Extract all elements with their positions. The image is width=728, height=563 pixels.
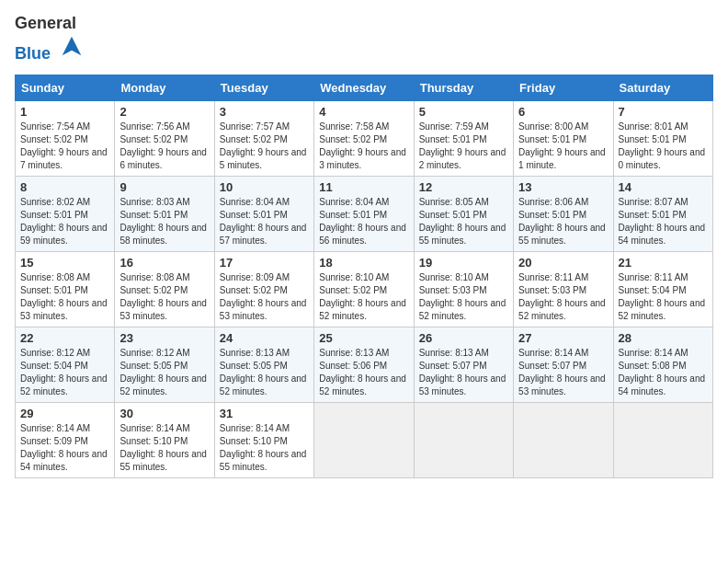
cell-info: Sunrise: 8:09 AMSunset: 5:02 PMDaylight:… — [220, 271, 309, 323]
day-number: 10 — [220, 180, 309, 194]
day-number: 11 — [319, 180, 408, 194]
cell-info: Sunrise: 7:58 AMSunset: 5:02 PMDaylight:… — [319, 121, 408, 172]
day-number: 25 — [319, 331, 408, 345]
cell-info: Sunrise: 8:14 AMSunset: 5:10 PMDaylight:… — [220, 422, 309, 474]
weekday-header-saturday: Saturday — [613, 75, 712, 100]
calendar-cell: 21Sunrise: 8:11 AMSunset: 5:04 PMDayligh… — [613, 251, 712, 327]
calendar-cell: 18Sunrise: 8:10 AMSunset: 5:02 PMDayligh… — [314, 251, 414, 327]
weekday-header-sunday: Sunday — [16, 75, 115, 100]
weekday-header-thursday: Thursday — [414, 75, 513, 100]
calendar-cell — [613, 402, 712, 477]
week-row-1: 1Sunrise: 7:54 AMSunset: 5:02 PMDaylight… — [16, 100, 713, 176]
calendar-cell: 3Sunrise: 7:57 AMSunset: 5:02 PMDaylight… — [214, 100, 313, 176]
calendar-cell: 28Sunrise: 8:14 AMSunset: 5:08 PMDayligh… — [613, 327, 712, 402]
calendar-cell — [514, 402, 613, 477]
cell-info: Sunrise: 8:05 AMSunset: 5:01 PMDaylight:… — [419, 196, 508, 247]
calendar-cell: 2Sunrise: 7:56 AMSunset: 5:02 PMDaylight… — [115, 100, 214, 176]
cell-info: Sunrise: 8:08 AMSunset: 5:02 PMDaylight:… — [119, 271, 209, 323]
cell-info: Sunrise: 8:03 AMSunset: 5:01 PMDaylight:… — [119, 196, 209, 247]
cell-info: Sunrise: 8:04 AMSunset: 5:01 PMDaylight:… — [220, 196, 309, 247]
calendar-cell: 27Sunrise: 8:14 AMSunset: 5:07 PMDayligh… — [514, 327, 613, 402]
day-number: 15 — [20, 256, 109, 270]
logo-general: General — [15, 14, 76, 32]
day-number: 16 — [119, 256, 209, 270]
calendar-cell: 15Sunrise: 8:08 AMSunset: 5:01 PMDayligh… — [16, 251, 115, 327]
cell-info: Sunrise: 7:56 AMSunset: 5:02 PMDaylight:… — [119, 121, 209, 172]
calendar-table: SundayMondayTuesdayWednesdayThursdayFrid… — [15, 75, 713, 478]
logo: General Blue — [15, 15, 85, 63]
calendar-cell: 11Sunrise: 8:04 AMSunset: 5:01 PMDayligh… — [314, 176, 414, 251]
logo-icon — [59, 33, 85, 59]
day-number: 24 — [220, 331, 309, 345]
weekday-header-wednesday: Wednesday — [314, 75, 414, 100]
calendar-cell: 1Sunrise: 7:54 AMSunset: 5:02 PMDaylight… — [16, 100, 115, 176]
cell-info: Sunrise: 8:06 AMSunset: 5:01 PMDaylight:… — [518, 196, 608, 247]
cell-info: Sunrise: 8:02 AMSunset: 5:01 PMDaylight:… — [20, 196, 109, 247]
week-row-2: 8Sunrise: 8:02 AMSunset: 5:01 PMDaylight… — [16, 176, 713, 251]
day-number: 12 — [419, 180, 508, 194]
day-number: 9 — [119, 180, 209, 194]
calendar-cell: 30Sunrise: 8:14 AMSunset: 5:10 PMDayligh… — [115, 402, 214, 477]
cell-info: Sunrise: 8:14 AMSunset: 5:10 PMDaylight:… — [119, 422, 209, 474]
calendar-cell: 13Sunrise: 8:06 AMSunset: 5:01 PMDayligh… — [514, 176, 613, 251]
calendar-cell: 7Sunrise: 8:01 AMSunset: 5:01 PMDaylight… — [613, 100, 712, 176]
day-number: 20 — [518, 256, 608, 270]
calendar-cell: 23Sunrise: 8:12 AMSunset: 5:05 PMDayligh… — [115, 327, 214, 402]
cell-info: Sunrise: 8:04 AMSunset: 5:01 PMDaylight:… — [319, 196, 408, 247]
cell-info: Sunrise: 8:13 AMSunset: 5:06 PMDaylight:… — [319, 347, 408, 398]
day-number: 21 — [619, 256, 708, 270]
calendar-cell: 4Sunrise: 7:58 AMSunset: 5:02 PMDaylight… — [314, 100, 414, 176]
calendar-cell: 26Sunrise: 8:13 AMSunset: 5:07 PMDayligh… — [414, 327, 513, 402]
cell-info: Sunrise: 7:54 AMSunset: 5:02 PMDaylight:… — [20, 121, 109, 172]
cell-info: Sunrise: 8:14 AMSunset: 5:07 PMDaylight:… — [518, 347, 608, 398]
cell-info: Sunrise: 8:13 AMSunset: 5:07 PMDaylight:… — [419, 347, 508, 398]
calendar-cell: 24Sunrise: 8:13 AMSunset: 5:05 PMDayligh… — [214, 327, 313, 402]
weekday-header-tuesday: Tuesday — [214, 75, 313, 100]
cell-info: Sunrise: 8:08 AMSunset: 5:01 PMDaylight:… — [20, 271, 109, 323]
cell-info: Sunrise: 7:57 AMSunset: 5:02 PMDaylight:… — [220, 121, 309, 172]
cell-info: Sunrise: 8:12 AMSunset: 5:05 PMDaylight:… — [119, 347, 209, 398]
calendar-cell: 22Sunrise: 8:12 AMSunset: 5:04 PMDayligh… — [16, 327, 115, 402]
calendar-cell — [314, 402, 414, 477]
cell-info: Sunrise: 8:13 AMSunset: 5:05 PMDaylight:… — [220, 347, 309, 398]
cell-info: Sunrise: 7:59 AMSunset: 5:01 PMDaylight:… — [419, 121, 508, 172]
calendar-cell — [414, 402, 513, 477]
day-number: 29 — [20, 407, 109, 420]
calendar-cell: 20Sunrise: 8:11 AMSunset: 5:03 PMDayligh… — [514, 251, 613, 327]
cell-info: Sunrise: 8:12 AMSunset: 5:04 PMDaylight:… — [20, 347, 109, 398]
day-number: 28 — [619, 331, 708, 345]
weekday-header-row: SundayMondayTuesdayWednesdayThursdayFrid… — [16, 75, 713, 100]
day-number: 13 — [518, 180, 608, 194]
day-number: 4 — [319, 105, 408, 119]
cell-info: Sunrise: 8:11 AMSunset: 5:04 PMDaylight:… — [619, 271, 708, 323]
day-number: 2 — [119, 105, 209, 119]
cell-info: Sunrise: 8:00 AMSunset: 5:01 PMDaylight:… — [518, 121, 608, 172]
day-number: 6 — [518, 105, 608, 119]
logo-blue: Blue — [15, 44, 51, 63]
calendar-cell: 14Sunrise: 8:07 AMSunset: 5:01 PMDayligh… — [613, 176, 712, 251]
week-row-3: 15Sunrise: 8:08 AMSunset: 5:01 PMDayligh… — [16, 251, 713, 327]
calendar-cell: 5Sunrise: 7:59 AMSunset: 5:01 PMDaylight… — [414, 100, 513, 176]
week-row-4: 22Sunrise: 8:12 AMSunset: 5:04 PMDayligh… — [16, 327, 713, 402]
header: General Blue — [15, 15, 713, 63]
cell-info: Sunrise: 8:01 AMSunset: 5:01 PMDaylight:… — [619, 121, 708, 172]
day-number: 26 — [419, 331, 508, 345]
calendar-cell: 25Sunrise: 8:13 AMSunset: 5:06 PMDayligh… — [314, 327, 414, 402]
calendar-cell: 8Sunrise: 8:02 AMSunset: 5:01 PMDaylight… — [16, 176, 115, 251]
calendar-cell: 6Sunrise: 8:00 AMSunset: 5:01 PMDaylight… — [514, 100, 613, 176]
weekday-header-friday: Friday — [514, 75, 613, 100]
day-number: 31 — [220, 407, 309, 420]
day-number: 23 — [119, 331, 209, 345]
day-number: 7 — [619, 105, 708, 119]
day-number: 14 — [619, 180, 708, 194]
calendar-cell: 16Sunrise: 8:08 AMSunset: 5:02 PMDayligh… — [115, 251, 214, 327]
calendar-cell: 29Sunrise: 8:14 AMSunset: 5:09 PMDayligh… — [16, 402, 115, 477]
day-number: 3 — [220, 105, 309, 119]
day-number: 5 — [419, 105, 508, 119]
day-number: 22 — [20, 331, 109, 345]
calendar-cell: 17Sunrise: 8:09 AMSunset: 5:02 PMDayligh… — [214, 251, 313, 327]
calendar-cell: 31Sunrise: 8:14 AMSunset: 5:10 PMDayligh… — [214, 402, 313, 477]
calendar-cell: 10Sunrise: 8:04 AMSunset: 5:01 PMDayligh… — [214, 176, 313, 251]
svg-marker-0 — [63, 37, 82, 56]
day-number: 8 — [20, 180, 109, 194]
